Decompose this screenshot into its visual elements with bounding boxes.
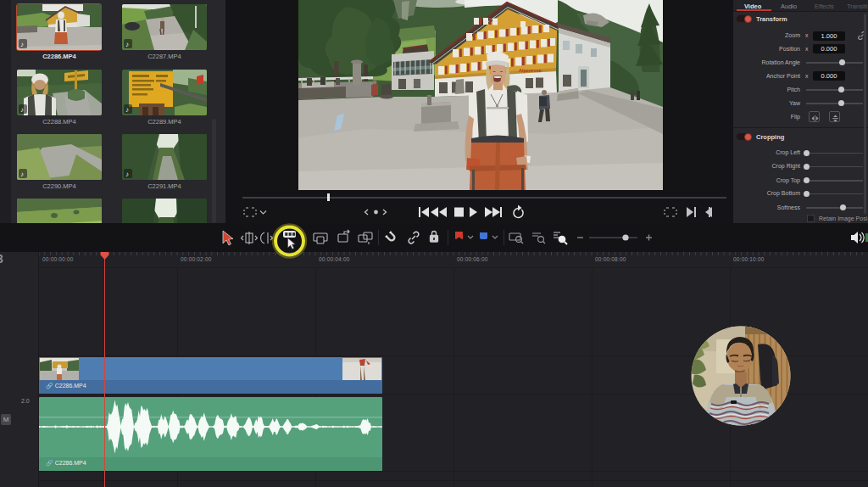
svg-text:♪: ♪ [125,41,129,48]
svg-text:♪: ♪ [20,171,24,178]
svg-text:♪: ♪ [20,41,24,48]
svg-text:Alpenrose: Alpenrose [519,68,542,73]
svg-text:♪: ♪ [20,106,24,114]
svg-text:♪: ♪ [125,171,129,178]
svg-text:♪: ♪ [125,106,129,114]
